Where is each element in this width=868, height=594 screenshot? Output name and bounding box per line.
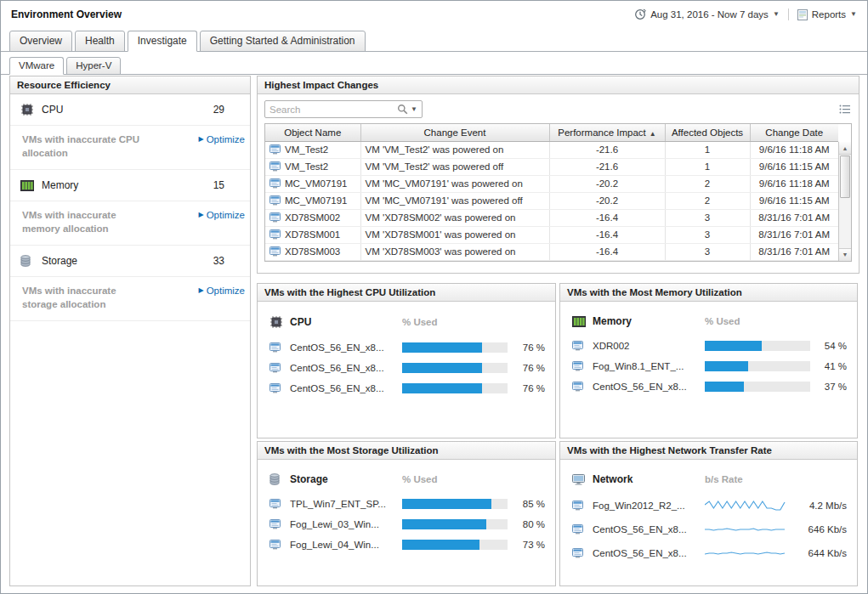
tab-health[interactable]: Health [75,31,125,52]
memory-value: 15 [213,179,224,191]
change-event-cell: VM 'XD78SM003' was powered on [360,243,549,260]
vm-metric-row[interactable]: TPL_Win7_ENT_SP...85 % [269,499,545,509]
metric-value: 73 % [518,540,545,550]
network-sparkline [705,523,786,536]
change-row[interactable]: MC_VM07191VM 'MC_VM07191' was powered on… [265,175,838,192]
panel-title: Resource Efficiency [10,76,250,94]
quad-header: Storage % Used [269,473,545,485]
tab-getting-started-administration[interactable]: Getting Started & Administration [200,31,366,52]
vm-name: Fog_Win2012_R2_... [593,501,705,511]
vm-icon [572,341,587,351]
change-row[interactable]: XD78SM003VM 'XD78SM003' was powered on-1… [265,243,838,260]
tab-hyperv[interactable]: Hyper-V [66,57,121,75]
usage-bar-fill [402,499,491,509]
metric-label: % Used [402,474,438,484]
usage-bar [402,519,508,529]
change-row[interactable]: XD78SM001VM 'XD78SM001' was powered on-1… [265,226,838,243]
change-row[interactable]: VM_Test2VM 'VM_Test2' was powered on-21.… [265,141,838,158]
object-name-cell: XD78SM002 [265,209,360,226]
metric-label: % Used [705,316,740,326]
environment-overview-window: Environment Overview Aug 31, 2016 - Now … [0,0,868,594]
column-header-change-event[interactable]: Change Event [360,124,549,141]
network-sparkline [705,499,786,512]
metric-label: % Used [402,317,438,327]
affected-objects-cell: 3 [665,209,750,226]
vm-metric-row[interactable]: Fog_Win8.1_ENT_...41 % [572,361,847,371]
column-header-performance-impact[interactable]: Performance Impact▲ [549,124,665,141]
memory-metric-row[interactable]: Memory 15 [10,170,250,201]
search-options-chevron-icon[interactable]: ▼ [411,106,417,113]
vm-name: CentOS_56_EN_x8... [290,383,402,393]
vm-icon [269,161,281,172]
change-row[interactable]: XD78SM002VM 'XD78SM002' was powered on-1… [265,209,838,226]
panel-title: VMs with the Highest CPU Utilization [258,284,555,302]
vm-metric-row[interactable]: CentOS_56_EN_x8...76 % [269,383,545,393]
column-header-object-name[interactable]: Object Name [265,124,360,141]
table-customizer-icon[interactable] [837,103,852,116]
vertical-scrollbar[interactable]: ▲ ▼ [838,142,851,261]
usage-bar-fill [402,342,482,353]
vm-metric-row[interactable]: Fog_Lewi_04_Win...73 % [269,540,545,550]
change-date-cell: 9/6/16 11:15 AM [750,158,838,175]
scrollbar-thumb[interactable] [840,156,850,198]
metric-label: b/s Rate [705,474,743,484]
affected-objects-cell: 2 [665,175,750,192]
change-date-cell: 9/6/16 11:18 AM [750,141,838,158]
vm-metric-row[interactable]: Fog_Win2012_R2_...4.2 Mb/s [572,499,847,512]
vm-metric-row[interactable]: CentOS_56_EN_x8...76 % [269,342,545,353]
vm-metric-row[interactable]: CentOS_56_EN_x8...37 % [572,382,847,392]
column-header-change-date[interactable]: Change Date [750,124,838,141]
search-box[interactable]: ▼ [264,100,423,118]
storage-metric-row[interactable]: Storage 33 [10,246,250,277]
change-event-cell: VM 'MC_VM07191' was powered on [360,175,549,192]
tab-investigate[interactable]: Investigate [128,31,197,52]
usage-bar-fill [705,382,744,392]
storage-utilization-panel: VMs with the Most Storage Utilization St… [257,441,556,586]
memory-optimize-link[interactable]: ▶Optimize [198,209,245,220]
performance-impact-cell: -16.4 [549,226,665,243]
vm-icon [572,382,587,392]
vm-metric-row[interactable]: XDR00254 % [572,341,847,351]
vm-icon [269,383,284,393]
storage-subtext: VMs with inaccurate storage allocation [22,285,151,311]
divider [788,8,789,20]
scroll-up-icon[interactable]: ▲ [839,142,851,155]
change-row[interactable]: VM_Test2VM 'VM_Test2' was powered off-21… [265,158,838,175]
vm-name: CentOS_56_EN_x8... [593,524,705,535]
storage-optimize-link[interactable]: ▶Optimize [198,285,245,296]
quad-header: CPU % Used [269,315,545,329]
cpu-optimize-link[interactable]: ▶Optimize [198,133,245,144]
search-input[interactable] [269,105,394,115]
report-icon [797,9,808,20]
reports-button[interactable]: Reports ▼ [797,9,857,20]
change-row[interactable]: MC_VM07191VM 'MC_VM07191' was powered of… [265,192,838,209]
content-area: Resource Efficiency CPU 29 VMs with inac… [1,76,867,593]
vm-name: CentOS_56_EN_x8... [593,382,705,392]
cpu-metric-row[interactable]: CPU 29 [10,94,250,126]
vm-metric-row[interactable]: CentOS_56_EN_x8...644 Kb/s [572,546,847,560]
changes-table: Object Name Change Event Performance Imp… [264,123,852,262]
tab-overview[interactable]: Overview [9,31,72,52]
scroll-down-icon[interactable]: ▼ [839,248,851,261]
vm-metric-row[interactable]: Fog_Lewi_03_Win...80 % [269,519,545,529]
vm-icon [269,195,281,206]
vm-name: Fog_Win8.1_ENT_... [593,361,705,371]
object-name-cell: VM_Test2 [265,158,360,175]
vm-name: Fog_Lewi_04_Win... [290,540,402,550]
usage-bar [402,342,508,353]
sub-tab-bar: VMware Hyper-V [1,56,867,75]
search-icon[interactable] [397,104,408,115]
vm-metric-row[interactable]: CentOS_56_EN_x8...76 % [269,363,545,373]
vm-metric-row[interactable]: CentOS_56_EN_x8...646 Kb/s [572,523,847,536]
column-header-affected-objects[interactable]: Affected Objects [665,124,750,141]
time-range-label: Aug 31, 2016 - Now 7 days [650,9,769,20]
tab-vmware[interactable]: VMware [9,57,64,75]
time-range-control[interactable]: Aug 31, 2016 - Now 7 days ▼ [634,8,780,20]
usage-bar-fill [402,363,482,373]
change-date-cell: 9/6/16 11:18 AM [750,175,838,192]
usage-bar [705,382,810,392]
memory-utilization-panel: VMs with the Most Memory Utilization Mem… [559,283,858,438]
metric-value: 41 % [820,361,847,371]
usage-bar [705,361,810,371]
reports-label: Reports [812,9,846,20]
